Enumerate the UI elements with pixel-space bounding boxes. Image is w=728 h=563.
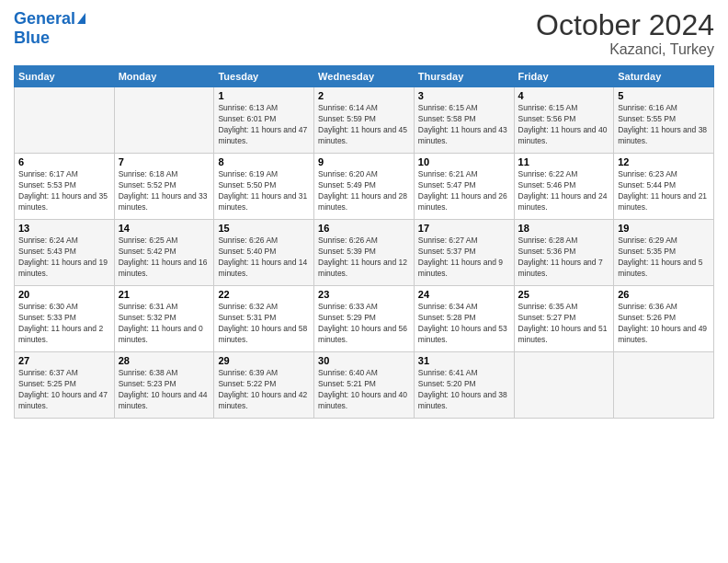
calendar-table: Sunday Monday Tuesday Wednesday Thursday… — [14, 65, 714, 419]
day-cell: 9Sunrise: 6:20 AMSunset: 5:49 PMDaylight… — [314, 154, 415, 220]
day-number: 5 — [618, 90, 710, 101]
day-info: Sunrise: 6:39 AMSunset: 5:22 PMDaylight:… — [218, 368, 310, 412]
day-number: 1 — [218, 90, 310, 101]
header: General Blue October 2024 Kazanci, Turke… — [14, 9, 714, 58]
day-cell: 6Sunrise: 6:17 AMSunset: 5:53 PMDaylight… — [15, 154, 115, 220]
calendar-title: October 2024 — [536, 9, 714, 41]
day-info: Sunrise: 6:38 AMSunset: 5:23 PMDaylight:… — [119, 368, 210, 412]
logo-line2: Blue — [14, 29, 85, 48]
day-info: Sunrise: 6:30 AMSunset: 5:33 PMDaylight:… — [18, 302, 110, 346]
day-number: 17 — [418, 223, 510, 234]
col-wednesday: Wednesday — [314, 66, 415, 87]
day-info: Sunrise: 6:17 AMSunset: 5:53 PMDaylight:… — [18, 169, 110, 213]
day-cell — [514, 352, 614, 419]
day-cell: 8Sunrise: 6:19 AMSunset: 5:50 PMDaylight… — [214, 154, 314, 220]
day-cell: 24Sunrise: 6:34 AMSunset: 5:28 PMDayligh… — [414, 286, 514, 352]
day-number: 13 — [18, 223, 110, 234]
day-number: 26 — [618, 289, 710, 300]
day-cell: 5Sunrise: 6:16 AMSunset: 5:55 PMDaylight… — [614, 87, 714, 154]
day-number: 14 — [119, 223, 210, 234]
logo-line1: General — [14, 9, 85, 29]
week-row-1: 1Sunrise: 6:13 AMSunset: 6:01 PMDaylight… — [15, 87, 714, 154]
day-number: 29 — [218, 355, 310, 366]
day-cell: 27Sunrise: 6:37 AMSunset: 5:25 PMDayligh… — [15, 352, 115, 419]
day-number: 2 — [318, 90, 410, 101]
day-cell: 23Sunrise: 6:33 AMSunset: 5:29 PMDayligh… — [314, 286, 415, 352]
day-number: 12 — [618, 156, 710, 167]
day-cell: 29Sunrise: 6:39 AMSunset: 5:22 PMDayligh… — [214, 352, 314, 419]
day-cell: 17Sunrise: 6:27 AMSunset: 5:37 PMDayligh… — [414, 220, 514, 286]
day-info: Sunrise: 6:15 AMSunset: 5:56 PMDaylight:… — [518, 103, 610, 147]
col-thursday: Thursday — [414, 66, 514, 87]
day-number: 3 — [418, 90, 510, 101]
day-info: Sunrise: 6:22 AMSunset: 5:46 PMDaylight:… — [518, 169, 610, 213]
day-number: 21 — [119, 289, 210, 300]
day-info: Sunrise: 6:26 AMSunset: 5:39 PMDaylight:… — [318, 236, 410, 280]
day-number: 25 — [518, 289, 610, 300]
day-info: Sunrise: 6:20 AMSunset: 5:49 PMDaylight:… — [318, 169, 410, 213]
day-info: Sunrise: 6:23 AMSunset: 5:44 PMDaylight:… — [618, 169, 710, 213]
day-number: 4 — [518, 90, 610, 101]
col-sunday: Sunday — [15, 66, 115, 87]
day-info: Sunrise: 6:28 AMSunset: 5:36 PMDaylight:… — [518, 236, 610, 280]
day-number: 19 — [618, 223, 710, 234]
day-cell: 14Sunrise: 6:25 AMSunset: 5:42 PMDayligh… — [114, 220, 214, 286]
day-number: 22 — [218, 289, 310, 300]
day-number: 24 — [418, 289, 510, 300]
day-info: Sunrise: 6:29 AMSunset: 5:35 PMDaylight:… — [618, 236, 710, 280]
col-saturday: Saturday — [614, 66, 714, 87]
day-cell: 4Sunrise: 6:15 AMSunset: 5:56 PMDaylight… — [514, 87, 614, 154]
day-cell: 25Sunrise: 6:35 AMSunset: 5:27 PMDayligh… — [514, 286, 614, 352]
day-cell — [114, 87, 214, 154]
day-info: Sunrise: 6:27 AMSunset: 5:37 PMDaylight:… — [418, 236, 510, 280]
day-number: 6 — [18, 156, 110, 167]
day-number: 10 — [418, 156, 510, 167]
day-cell: 19Sunrise: 6:29 AMSunset: 5:35 PMDayligh… — [614, 220, 714, 286]
day-info: Sunrise: 6:37 AMSunset: 5:25 PMDaylight:… — [18, 368, 110, 412]
day-info: Sunrise: 6:32 AMSunset: 5:31 PMDaylight:… — [218, 302, 310, 346]
day-info: Sunrise: 6:40 AMSunset: 5:21 PMDaylight:… — [318, 368, 410, 412]
day-info: Sunrise: 6:19 AMSunset: 5:50 PMDaylight:… — [218, 169, 310, 213]
day-cell: 26Sunrise: 6:36 AMSunset: 5:26 PMDayligh… — [614, 286, 714, 352]
header-row: Sunday Monday Tuesday Wednesday Thursday… — [15, 66, 714, 87]
day-info: Sunrise: 6:25 AMSunset: 5:42 PMDaylight:… — [119, 236, 210, 280]
day-info: Sunrise: 6:31 AMSunset: 5:32 PMDaylight:… — [119, 302, 210, 346]
col-tuesday: Tuesday — [214, 66, 314, 87]
page: General Blue October 2024 Kazanci, Turke… — [0, 0, 728, 563]
day-cell: 15Sunrise: 6:26 AMSunset: 5:40 PMDayligh… — [214, 220, 314, 286]
day-info: Sunrise: 6:34 AMSunset: 5:28 PMDaylight:… — [418, 302, 510, 346]
week-row-2: 6Sunrise: 6:17 AMSunset: 5:53 PMDaylight… — [15, 154, 714, 220]
col-monday: Monday — [114, 66, 214, 87]
day-cell: 30Sunrise: 6:40 AMSunset: 5:21 PMDayligh… — [314, 352, 415, 419]
day-cell: 7Sunrise: 6:18 AMSunset: 5:52 PMDaylight… — [114, 154, 214, 220]
day-number: 8 — [218, 156, 310, 167]
logo: General Blue — [14, 9, 85, 47]
day-info: Sunrise: 6:16 AMSunset: 5:55 PMDaylight:… — [618, 103, 710, 147]
day-info: Sunrise: 6:36 AMSunset: 5:26 PMDaylight:… — [618, 302, 710, 346]
day-info: Sunrise: 6:33 AMSunset: 5:29 PMDaylight:… — [318, 302, 410, 346]
day-info: Sunrise: 6:26 AMSunset: 5:40 PMDaylight:… — [218, 236, 310, 280]
day-info: Sunrise: 6:14 AMSunset: 5:59 PMDaylight:… — [318, 103, 410, 147]
week-row-5: 27Sunrise: 6:37 AMSunset: 5:25 PMDayligh… — [15, 352, 714, 419]
day-number: 31 — [418, 355, 510, 366]
day-number: 16 — [318, 223, 410, 234]
day-number: 28 — [119, 355, 210, 366]
day-cell: 3Sunrise: 6:15 AMSunset: 5:58 PMDaylight… — [414, 87, 514, 154]
day-info: Sunrise: 6:18 AMSunset: 5:52 PMDaylight:… — [119, 169, 210, 213]
day-info: Sunrise: 6:15 AMSunset: 5:58 PMDaylight:… — [418, 103, 510, 147]
day-cell: 20Sunrise: 6:30 AMSunset: 5:33 PMDayligh… — [15, 286, 115, 352]
day-number: 7 — [119, 156, 210, 167]
week-row-3: 13Sunrise: 6:24 AMSunset: 5:43 PMDayligh… — [15, 220, 714, 286]
day-cell: 10Sunrise: 6:21 AMSunset: 5:47 PMDayligh… — [414, 154, 514, 220]
day-number: 11 — [518, 156, 610, 167]
day-cell: 28Sunrise: 6:38 AMSunset: 5:23 PMDayligh… — [114, 352, 214, 419]
day-info: Sunrise: 6:35 AMSunset: 5:27 PMDaylight:… — [518, 302, 610, 346]
day-number: 23 — [318, 289, 410, 300]
day-cell: 11Sunrise: 6:22 AMSunset: 5:46 PMDayligh… — [514, 154, 614, 220]
calendar-subtitle: Kazanci, Turkey — [536, 41, 714, 58]
day-cell: 13Sunrise: 6:24 AMSunset: 5:43 PMDayligh… — [15, 220, 115, 286]
week-row-4: 20Sunrise: 6:30 AMSunset: 5:33 PMDayligh… — [15, 286, 714, 352]
day-cell: 2Sunrise: 6:14 AMSunset: 5:59 PMDaylight… — [314, 87, 415, 154]
title-block: October 2024 Kazanci, Turkey — [536, 9, 714, 58]
day-cell: 16Sunrise: 6:26 AMSunset: 5:39 PMDayligh… — [314, 220, 415, 286]
